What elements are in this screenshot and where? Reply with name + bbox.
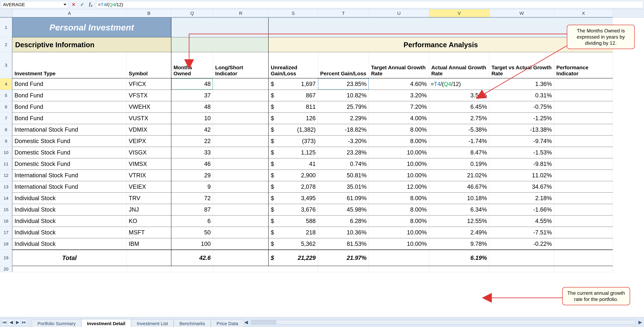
cell-9-B[interactable]: VEIPX bbox=[126, 136, 171, 147]
horizontal-scrollbar[interactable] bbox=[251, 320, 635, 324]
cell-13-B[interactable]: VEIEX bbox=[126, 181, 171, 192]
hdr-unrealized[interactable]: Unrealized Gain/Loss bbox=[268, 52, 318, 78]
cell-15-R[interactable] bbox=[213, 204, 268, 216]
cell-14-X[interactable] bbox=[554, 192, 613, 204]
cell-6-U[interactable]: 7.20% bbox=[369, 101, 429, 113]
cell-15-S[interactable]: $3,676 bbox=[268, 204, 318, 216]
cell-13-Q[interactable]: 9 bbox=[171, 181, 213, 192]
cell-13-R[interactable] bbox=[213, 181, 268, 192]
row-header-18[interactable]: 18 bbox=[0, 238, 12, 250]
cell-16-W[interactable]: 4.55% bbox=[489, 216, 554, 227]
col-header-B[interactable]: B bbox=[126, 9, 171, 18]
row-header-17[interactable]: 17 bbox=[0, 227, 12, 238]
total-label[interactable]: Total bbox=[12, 250, 126, 266]
row-header-7[interactable]: 7 bbox=[0, 113, 12, 124]
cell-15-B[interactable]: JNJ bbox=[126, 204, 171, 216]
cell-12-Q[interactable]: 29 bbox=[171, 170, 213, 181]
sheet-tab[interactable]: Investment List bbox=[131, 319, 174, 327]
cell-6-R[interactable] bbox=[213, 101, 268, 113]
col-header-T[interactable]: T bbox=[318, 9, 369, 18]
row-header-14[interactable]: 14 bbox=[0, 192, 12, 204]
horizontal-scrollbar-thumb[interactable] bbox=[252, 320, 276, 324]
cell-13-W[interactable]: 34.67% bbox=[489, 181, 554, 192]
cell-7-X[interactable] bbox=[554, 113, 613, 124]
cell-4-R[interactable] bbox=[213, 78, 268, 90]
hdr-target-vs-actual[interactable]: Target vs Actual Growth Rate bbox=[489, 52, 554, 78]
cell-13-A[interactable]: International Stock Fund bbox=[12, 181, 126, 192]
cell-7-Q[interactable]: 10 bbox=[171, 113, 213, 124]
row-header-6[interactable]: 6 bbox=[0, 101, 12, 113]
cell-6-Q[interactable]: 48 bbox=[171, 101, 213, 113]
cell-5-S[interactable]: $867 bbox=[268, 90, 318, 101]
section-qr[interactable] bbox=[171, 37, 268, 52]
formula-input[interactable]: =T4/(Q4/12) bbox=[96, 1, 643, 8]
cell-10-B[interactable]: VISGX bbox=[126, 147, 171, 158]
cell-5-V[interactable]: 3.51% bbox=[429, 90, 489, 101]
cell-18-V[interactable]: 9.78% bbox=[429, 238, 489, 250]
cell-5-A[interactable]: Bond Fund bbox=[12, 90, 126, 101]
cell-10-R[interactable] bbox=[213, 147, 268, 158]
total-X[interactable] bbox=[554, 250, 613, 266]
cell-10-S[interactable]: $1,125 bbox=[268, 147, 318, 158]
cell-16-R[interactable] bbox=[213, 216, 268, 227]
cell-5-W[interactable]: 0.31% bbox=[489, 90, 554, 101]
cell-13-X[interactable] bbox=[554, 181, 613, 192]
title-spacer-qr[interactable] bbox=[171, 18, 268, 37]
hdr-investment-type[interactable]: Investment Type bbox=[12, 52, 126, 78]
col-header-A[interactable]: A bbox=[12, 9, 126, 18]
cell-4-B[interactable]: VFICX bbox=[126, 78, 171, 90]
cancel-icon[interactable]: ✕ bbox=[70, 1, 77, 8]
cell-11-U[interactable]: 10.00% bbox=[369, 158, 429, 170]
cell-18-S[interactable]: $5,362 bbox=[268, 238, 318, 250]
cell-11-A[interactable]: Domestic Stock Fund bbox=[12, 158, 126, 170]
cell-11-W[interactable]: -9.81% bbox=[489, 158, 554, 170]
name-box-dropdown-icon[interactable] bbox=[64, 4, 66, 6]
title-spacer-perf[interactable] bbox=[268, 18, 613, 37]
cell-9-S[interactable]: $(373) bbox=[268, 136, 318, 147]
blank-B[interactable] bbox=[126, 266, 171, 272]
cell-17-S[interactable]: $218 bbox=[268, 227, 318, 238]
cell-9-T[interactable]: -3.20% bbox=[318, 136, 369, 147]
cell-12-W[interactable]: 11.02% bbox=[489, 170, 554, 181]
cell-17-X[interactable] bbox=[554, 227, 613, 238]
cell-7-R[interactable] bbox=[213, 113, 268, 124]
cell-16-U[interactable]: 8.00% bbox=[369, 216, 429, 227]
cell-13-T[interactable]: 35.01% bbox=[318, 181, 369, 192]
total-V[interactable]: 6.19% bbox=[429, 250, 489, 266]
tab-nav-prev-icon[interactable]: ◀ bbox=[8, 319, 14, 325]
section-descriptive[interactable]: Descriptive Information bbox=[12, 37, 171, 52]
cell-16-B[interactable]: KO bbox=[126, 216, 171, 227]
sheet-tab[interactable]: Price Data bbox=[211, 319, 244, 327]
enter-icon[interactable]: ✓ bbox=[79, 1, 86, 8]
tab-nav-last-icon[interactable]: ⏭ bbox=[21, 319, 27, 325]
col-header-R[interactable]: R bbox=[213, 9, 268, 18]
cell-7-A[interactable]: Bond Fund bbox=[12, 113, 126, 124]
cell-11-B[interactable]: VIMSX bbox=[126, 158, 171, 170]
row-header-8[interactable]: 8 bbox=[0, 124, 12, 136]
cell-18-R[interactable] bbox=[213, 238, 268, 250]
cell-8-X[interactable] bbox=[554, 124, 613, 136]
blank-Q[interactable] bbox=[171, 266, 213, 272]
cell-6-W[interactable]: -0.75% bbox=[489, 101, 554, 113]
cell-14-A[interactable]: Individual Stock bbox=[12, 192, 126, 204]
cell-12-V[interactable]: 21.02% bbox=[429, 170, 489, 181]
col-header-V[interactable]: V bbox=[429, 9, 489, 18]
cell-12-U[interactable]: 10.00% bbox=[369, 170, 429, 181]
row-header-2[interactable]: 2 bbox=[0, 37, 12, 52]
cell-7-B[interactable]: VUSTX bbox=[126, 113, 171, 124]
row-header-19[interactable]: 19 bbox=[0, 250, 12, 266]
cell-10-W[interactable]: -1.53% bbox=[489, 147, 554, 158]
cell-17-W[interactable]: -7.51% bbox=[489, 227, 554, 238]
cell-7-T[interactable]: 2.29% bbox=[318, 113, 369, 124]
cell-6-A[interactable]: Bond Fund bbox=[12, 101, 126, 113]
hdr-months-owned[interactable]: Months Owned bbox=[171, 52, 213, 78]
cell-13-V[interactable]: 46.67% bbox=[429, 181, 489, 192]
cell-18-U[interactable]: 10.00% bbox=[369, 238, 429, 250]
cell-9-W[interactable]: -9.74% bbox=[489, 136, 554, 147]
cell-15-Q[interactable]: 87 bbox=[171, 204, 213, 216]
blank-R[interactable] bbox=[213, 266, 268, 272]
total-B[interactable] bbox=[126, 250, 171, 266]
cell-4-A[interactable]: Bond Fund bbox=[12, 78, 126, 90]
cell-15-U[interactable]: 8.00% bbox=[369, 204, 429, 216]
cell-11-S[interactable]: $41 bbox=[268, 158, 318, 170]
